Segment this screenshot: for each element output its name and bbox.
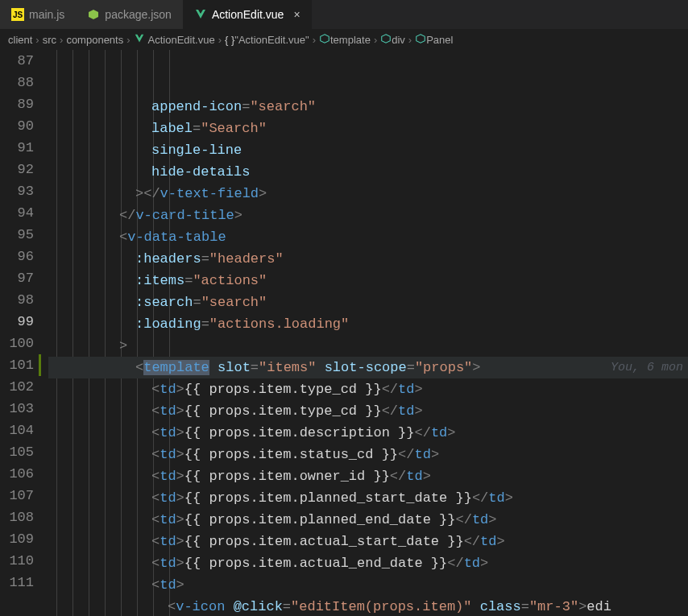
line-number: 106 — [0, 463, 34, 485]
tab-label: package.json — [105, 8, 172, 21]
line-number: 94 — [0, 202, 34, 224]
cube-icon — [415, 33, 426, 47]
code-line[interactable]: <td>{{ props.item.actual_end_date }}</td… — [48, 552, 688, 574]
code-area[interactable]: append-icon="search"label="Search"single… — [48, 50, 688, 616]
code-line[interactable]: <td> — [48, 574, 688, 596]
svg-marker-1 — [321, 34, 329, 43]
line-number: 107 — [0, 485, 34, 506]
tab-label: main.js — [29, 8, 64, 21]
code-line[interactable]: <v-icon @click="editItem(props.item)" cl… — [48, 596, 688, 616]
chevron-right-icon: › — [408, 34, 412, 46]
code-line[interactable]: <template slot="items" slot-scope="props… — [48, 357, 688, 378]
git-blame-annotation: You, 6 mon — [611, 357, 683, 378]
tab-package-json[interactable]: package.json — [76, 0, 183, 29]
chevron-right-icon: › — [313, 34, 316, 46]
line-number: 96 — [0, 246, 34, 267]
line-number: 110 — [0, 550, 34, 572]
code-line[interactable]: > — [48, 335, 688, 357]
vue-file-icon — [194, 8, 207, 21]
code-line[interactable]: <td>{{ props.item.type_cd }}</td> — [48, 400, 688, 422]
line-number: 103 — [0, 398, 34, 420]
chevron-right-icon: › — [218, 34, 222, 46]
code-line[interactable]: hide-details — [48, 161, 688, 183]
breadcrumb-item[interactable]: ActionEdit.vue — [148, 34, 215, 46]
svg-marker-2 — [382, 34, 391, 43]
line-number: 90 — [0, 115, 34, 137]
modified-indicator — [39, 354, 41, 376]
json-file-icon — [87, 8, 100, 21]
code-line[interactable]: label="Search" — [48, 118, 688, 139]
code-line[interactable]: <v-data-table — [48, 226, 688, 248]
code-line[interactable]: ></v-text-field> — [48, 183, 688, 205]
chevron-right-icon: › — [126, 34, 130, 46]
breadcrumb[interactable]: client › src › components › ActionEdit.v… — [0, 29, 688, 50]
breadcrumb-item[interactable]: src — [43, 34, 56, 46]
svg-marker-3 — [417, 34, 425, 43]
line-number: 97 — [0, 267, 34, 289]
code-line[interactable]: append-icon="search" — [48, 96, 688, 118]
editor-tabs: JS main.js package.json ActionEdit.vue × — [0, 0, 688, 29]
line-number-gutter[interactable]: 8788899091929394959697989910010110210310… — [0, 50, 48, 616]
line-number: 100 — [0, 333, 34, 354]
cube-icon — [319, 33, 330, 47]
code-line[interactable]: <td>{{ props.item.description }}</td> — [48, 422, 688, 444]
editor-body: 8788899091929394959697989910010110210310… — [0, 50, 688, 616]
svg-marker-0 — [89, 10, 98, 19]
chevron-right-icon: › — [60, 34, 63, 46]
breadcrumb-item[interactable]: components — [66, 34, 123, 46]
breadcrumb-item[interactable]: "ActionEdit.vue" — [234, 34, 309, 46]
line-number: 91 — [0, 137, 34, 159]
cube-icon — [380, 33, 392, 47]
line-number: 92 — [0, 159, 34, 180]
breadcrumb-item[interactable]: div — [392, 34, 405, 46]
code-line[interactable]: :items="actions" — [48, 270, 688, 291]
line-number: 109 — [0, 528, 34, 550]
code-line[interactable]: <td>{{ props.item.type_cd }}</td> — [48, 378, 688, 400]
line-number: 108 — [0, 506, 34, 528]
code-line[interactable]: single-line — [48, 139, 688, 161]
line-number: 88 — [0, 72, 34, 93]
breadcrumb-item[interactable]: client — [8, 34, 32, 46]
line-number: 104 — [0, 420, 34, 441]
chevron-right-icon: › — [374, 34, 377, 46]
js-file-icon: JS — [11, 8, 24, 21]
tab-label: ActionEdit.vue — [212, 8, 284, 21]
code-line[interactable]: <td>{{ props.item.planned_end_date }}</t… — [48, 509, 688, 531]
line-number: 111 — [0, 572, 34, 593]
line-number: 99 — [0, 311, 34, 333]
line-number: 98 — [0, 289, 34, 311]
brace-icon: { } — [225, 34, 234, 46]
line-number: 101 — [0, 354, 34, 376]
tab-actionedit-vue[interactable]: ActionEdit.vue × — [183, 0, 312, 29]
line-number: 95 — [0, 224, 34, 246]
code-line[interactable]: :headers="headers" — [48, 248, 688, 270]
chevron-right-icon: › — [35, 34, 39, 46]
line-number: 87 — [0, 50, 34, 72]
code-line[interactable]: <td>{{ props.item.planned_start_date }}<… — [48, 487, 688, 509]
breadcrumb-item[interactable]: Panel — [426, 34, 453, 46]
code-line[interactable]: :loading="actions.loading" — [48, 313, 688, 335]
close-icon[interactable]: × — [293, 8, 300, 21]
tab-main-js[interactable]: JS main.js — [0, 0, 76, 29]
code-line[interactable]: :search="search" — [48, 291, 688, 313]
line-number: 105 — [0, 441, 34, 463]
line-number: 102 — [0, 376, 34, 398]
line-number: 93 — [0, 180, 34, 202]
vue-file-icon — [134, 33, 145, 47]
code-line[interactable]: <td>{{ props.item.status_cd }}</td> — [48, 444, 688, 465]
code-line[interactable]: <td>{{ props.item.actual_start_date }}</… — [48, 531, 688, 552]
code-line[interactable]: <td>{{ props.item.owner_id }}</td> — [48, 465, 688, 487]
line-number: 89 — [0, 93, 34, 115]
code-line[interactable]: </v-card-title> — [48, 205, 688, 226]
breadcrumb-item[interactable]: template — [330, 34, 371, 46]
